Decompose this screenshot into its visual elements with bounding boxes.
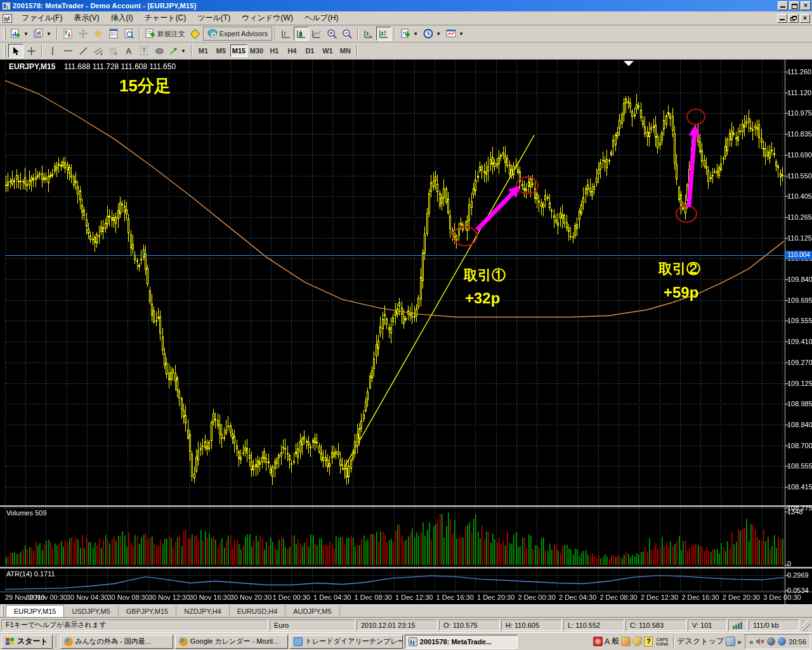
zoom-in-button[interactable] — [324, 27, 339, 41]
time-axis-label: 2 Dec 00:30 — [516, 594, 557, 601]
tray-clock: 20:56 — [789, 638, 806, 646]
fibonacci-button[interactable]: F — [106, 44, 121, 58]
timeframe-m15[interactable]: M15 — [230, 44, 247, 57]
favorites-button[interactable]: ★ — [91, 27, 106, 41]
timeframe-h4[interactable]: H4 — [284, 44, 301, 57]
chart-tab-0[interactable]: EURJPY,M15 — [6, 605, 64, 617]
timeframe-mn[interactable]: MN — [337, 44, 354, 57]
ime-pen-icon[interactable] — [593, 637, 603, 646]
templates-button[interactable]: ▼ — [443, 27, 466, 41]
caps-kana-toggle[interactable]: CAPSKANA — [655, 637, 669, 646]
resize-grip[interactable] — [802, 620, 811, 631]
status-close: C: 110.583 — [625, 620, 686, 631]
toolbar-grip[interactable] — [4, 44, 6, 57]
timeframe-h1[interactable]: H1 — [266, 44, 283, 57]
ime-help-button[interactable]: ? — [644, 637, 653, 647]
chart-tab-5[interactable]: AUDJPY,M5 — [285, 605, 339, 617]
profiles-button[interactable]: ▼ — [31, 27, 54, 41]
expert-advisors-button[interactable]: Expert Advisors — [203, 27, 272, 41]
desktop-show-icon[interactable] — [726, 637, 735, 646]
auto-scroll-button[interactable] — [361, 27, 376, 41]
mdi-close-button[interactable]: × — [800, 14, 810, 23]
new-chart-button[interactable]: ▼ — [8, 27, 31, 41]
timeframe-w1[interactable]: W1 — [319, 44, 336, 57]
status-bar: F1キーでヘルプが表示されます Euro 2010.12.01 23:15 O:… — [0, 617, 812, 632]
toolbar-grip[interactable] — [4, 27, 6, 40]
candlestick-chart-button[interactable] — [294, 27, 309, 41]
tabbar-grip[interactable] — [1, 606, 4, 616]
new-order-button[interactable]: 新規注文 — [143, 27, 188, 41]
metaeditor-button[interactable] — [188, 27, 203, 41]
shapes-button[interactable] — [152, 44, 167, 58]
tray-network-icon[interactable] — [778, 637, 786, 646]
chart-annotation-0: 15分足 — [119, 75, 171, 97]
task-button-3[interactable]: 2001578: MetaTrade... — [405, 635, 518, 649]
chart-annotation-1: 取引① — [464, 266, 506, 285]
mdi-restore-button[interactable] — [789, 14, 799, 23]
menu-item-2[interactable]: 挿入(I) — [105, 11, 138, 25]
tray-app-icon[interactable] — [767, 637, 775, 646]
ime-pad-icon[interactable] — [632, 637, 642, 646]
chart-tab-3[interactable]: NZDJPY,H4 — [176, 605, 229, 617]
ime-palette-icon[interactable] — [621, 637, 631, 646]
market-watch-button[interactable] — [106, 27, 121, 41]
zoom-out-button[interactable] — [339, 27, 355, 41]
toolbar-separator — [41, 44, 43, 57]
text-label-button[interactable]: T — [136, 44, 152, 58]
price-axis-label: 109.555 — [787, 317, 812, 324]
start-button[interactable]: スタート — [1, 635, 53, 649]
volume-muted-icon[interactable] — [756, 637, 764, 646]
chart-shift-icon — [379, 29, 389, 39]
crosshair-button[interactable] — [23, 44, 39, 58]
tray-collapse-chevron[interactable]: « — [749, 638, 753, 646]
task-button-0[interactable]: みんなの外為 - 国内最... — [60, 635, 173, 649]
ime-input-mode[interactable]: A — [605, 637, 610, 646]
trendline-button[interactable] — [75, 44, 91, 58]
timeframe-m1[interactable]: M1 — [195, 44, 212, 57]
new-order-icon — [145, 29, 155, 39]
price-chart-canvas[interactable] — [0, 60, 812, 604]
cursor-button[interactable] — [8, 44, 23, 58]
menu-item-0[interactable]: ファイル(F) — [16, 11, 68, 25]
task-button-2[interactable]: トレードダイアリーテンプレー... — [290, 635, 403, 649]
menu-item-1[interactable]: 表示(V) — [68, 11, 105, 25]
equidistant-channel-button[interactable]: E — [91, 44, 106, 58]
time-axis-label: 30 Nov 04:30 — [67, 594, 107, 601]
ime-conversion-mode[interactable]: 般 — [612, 636, 619, 647]
minimize-button[interactable] — [778, 1, 788, 10]
crosshair-tool-button[interactable] — [75, 27, 91, 41]
new-order-label: 新規注文 — [157, 29, 185, 39]
toolbar-overflow-chevron[interactable]: » — [737, 638, 741, 646]
timeframe-m5[interactable]: M5 — [213, 44, 230, 57]
timeframe-d1[interactable]: D1 — [301, 44, 318, 57]
chart-window-icon[interactable] — [3, 14, 12, 23]
desktop-toolbar-label[interactable]: デスクトップ — [678, 636, 724, 647]
chart-tab-2[interactable]: GBPJPY,M15 — [119, 605, 176, 617]
maximize-button[interactable] — [789, 1, 799, 10]
menu-item-3[interactable]: チャート(C) — [139, 11, 192, 25]
periods-button[interactable]: ▼ — [421, 27, 443, 41]
vertical-line-button[interactable] — [45, 44, 60, 58]
chart-shift-button[interactable] — [376, 27, 391, 41]
navigator-button[interactable] — [121, 27, 136, 41]
auto-scroll-icon — [363, 29, 374, 39]
zoom-out-icon — [342, 29, 352, 39]
timeframe-m30[interactable]: M30 — [248, 44, 265, 57]
task-button-1[interactable]: Google カレンダー - Mozil... — [175, 635, 288, 649]
horizontal-line-button[interactable] — [60, 44, 75, 58]
time-axis-label: 30 Nov 12:30 — [148, 594, 189, 601]
mdi-minimize-button[interactable] — [777, 14, 787, 23]
line-chart-button[interactable] — [309, 27, 324, 41]
indicators-button[interactable]: ▼ — [398, 27, 421, 41]
close-button[interactable]: × — [801, 1, 811, 10]
menu-item-4[interactable]: ツール(T) — [192, 11, 236, 25]
bar-chart-button[interactable] — [278, 27, 294, 41]
menu-item-5[interactable]: ウィンドウ(W) — [236, 11, 299, 25]
tick-chart-button[interactable] — [60, 27, 75, 41]
text-button[interactable]: A — [121, 44, 136, 58]
menu-item-6[interactable]: ヘルプ(H) — [299, 11, 344, 25]
arrows-button[interactable]: ▼ — [167, 44, 188, 58]
chart-tab-4[interactable]: EURUSD,H4 — [230, 605, 286, 617]
time-axis-label: 2 Dec 16:30 — [680, 594, 721, 601]
chart-tab-1[interactable]: USDJPY,M5 — [64, 605, 118, 617]
